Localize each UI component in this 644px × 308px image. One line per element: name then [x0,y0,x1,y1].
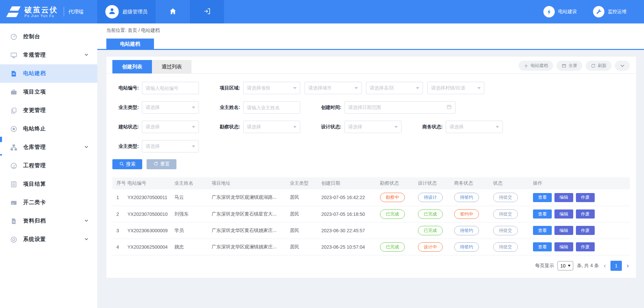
sidebar-item-6[interactable]: 电站终止 [0,120,97,138]
sidebar-item-9[interactable]: 项目结算 [0,175,97,193]
total-count-text: 条, 共 4 条 [577,263,599,269]
status-badge: 待提交 [493,242,518,252]
view-button[interactable]: 查看 [533,193,552,202]
sidebar-scrollbar[interactable] [0,154,2,156]
build-status-select[interactable]: 请选择 [142,121,199,133]
table-row: 2YX2023070500010刘强东广东深圳龙华区黄石镇星官大...居民202… [112,206,630,222]
province-select[interactable]: 请选择省份 [243,82,300,94]
quick-link-label: 监控运维 [608,9,627,15]
edit-button[interactable]: 编辑 [554,242,573,251]
home-button[interactable] [156,0,190,23]
logout-button[interactable] [190,0,224,23]
status-badge: 已完成 [380,242,405,252]
owner-type-2-select[interactable]: 请选择 [142,140,199,152]
station-build-link[interactable]: 电站建设 [543,6,577,17]
brand-latin: Po Jian Yun Fu [24,14,58,18]
cell-actions: 查看编辑作废 [533,222,630,239]
prev-page-button[interactable]: ‹ [602,262,607,269]
sidebar-item-label: 项目立项 [23,88,46,96]
page-1-button[interactable]: 1 [610,261,622,271]
cell-owner-name: 刘强东 [174,206,212,222]
column-header: 电站编号 [127,177,174,189]
collapse-button[interactable] [615,61,630,71]
list-tabs: 创建列表 通过列表 [112,60,192,73]
column-header: 操作 [533,177,630,189]
sidebar-item-10[interactable]: 开二类卡 [0,193,97,212]
brand-text: 破茧云伏 Po Jian Yun Fu [24,6,58,18]
search-button[interactable]: 搜索 [112,159,142,169]
table-body: 1YX2023070500011马云广东深圳龙华区观澜镇观湖路...居民2023… [112,189,630,255]
breadcrumb: 当前位置: 首页 / 电站建档 [106,27,644,34]
sidebar-item-label: 控制台 [23,33,40,40]
create-time-input[interactable]: 请选择日期范围 [344,101,455,114]
column-header: 状态 [493,177,533,189]
district-select[interactable]: 请选择县/区 [366,82,423,94]
sidebar-item-1[interactable]: 控制台 [0,27,97,46]
cell-status: 待提交 [493,189,533,206]
cell-owner-name: 马云 [174,189,212,206]
status-badge: 待签约 [454,226,479,235]
per-page-select[interactable]: 10 [557,261,573,270]
breadcrumb-trail: 首页 / 电站建档 [128,27,160,33]
sidebar-item-4[interactable]: 项目立项 [0,83,97,101]
cell-survey-status: 勘察中 [380,189,418,206]
city-select[interactable]: 请选择城市 [305,82,362,94]
dashboard-icon [10,33,17,41]
tab-create-list[interactable]: 创建列表 [112,60,152,73]
sidebar-item-11[interactable]: 资料归档 [0,212,97,230]
column-header: 勘察状态 [380,177,418,189]
next-page-button[interactable]: › [626,262,630,269]
cell-created: 2023-06-30 22:45:57 [321,222,380,239]
caret-down-icon [192,126,195,130]
sidebar-item-5[interactable]: 变更管理 [0,101,97,120]
cell-created: 2023-06-25 10:57:04 [321,239,380,255]
design-status-select[interactable]: 请选择 [344,121,401,133]
owner-name-input[interactable] [243,101,300,114]
void-button[interactable]: 作废 [576,226,595,235]
station-table: 序号电站编号业主姓名项目地址业主类型创建日期勘察状态设计状态商务状态状态操作 1… [112,177,630,255]
station-create-button[interactable]: 电站建档 [519,61,553,71]
status-badge: 勘察中 [380,193,405,202]
sidebar-item-8[interactable]: 工程管理 [0,157,97,175]
user-menu[interactable]: 超级管理员 [97,0,156,23]
survey-status-select[interactable]: 请选择 [243,121,300,133]
void-button[interactable]: 作废 [576,193,595,202]
tab-passed-list[interactable]: 通过列表 [152,60,192,73]
cell-seq: 3 [112,222,127,239]
sidebar-item-12[interactable]: 系统设置 [0,230,97,249]
station-no-input[interactable] [142,82,199,94]
cell-station-code: YX2023063000009 [127,222,174,239]
edit-button[interactable]: 编辑 [554,193,573,202]
cell-address: 广东深圳龙华区黄石镇姚家庄... [212,222,290,239]
cell-owner-type: 居民 [290,206,321,222]
caret-down-icon [355,87,358,91]
refresh-button[interactable]: 刷新 [586,61,611,71]
business-status-select[interactable]: 请选择 [446,121,503,133]
view-button[interactable]: 查看 [533,209,552,219]
view-button[interactable]: 查看 [533,226,552,235]
briefcase-icon [10,88,17,96]
chevron-down-icon [84,237,89,243]
edit-button[interactable]: 编辑 [554,209,573,219]
sidebar-item-7[interactable]: 仓库管理 [0,138,97,157]
reset-button[interactable]: 重置 [147,159,176,169]
edit-button[interactable]: 编辑 [554,226,573,235]
page-tab-station-archive[interactable]: 电站建档 [106,39,154,49]
monitor-ops-link[interactable]: 监控运维 [593,6,627,17]
sidebar-scrollbar[interactable] [0,137,2,142]
fullscreen-button[interactable]: 全屏 [556,61,582,71]
design-status-label: 设计状态: [315,124,344,130]
sidebar-item-label: 项目结算 [23,181,46,188]
sidebar-item-3[interactable]: 电站建档 [0,64,97,83]
sidebar-item-2[interactable]: 常规管理 [0,46,97,64]
cell-status: 待提交 [493,206,533,222]
owner-type-select[interactable]: 请选择 [142,101,199,114]
archive-icon [10,218,17,225]
void-button[interactable]: 作废 [576,209,595,219]
town-select[interactable]: 请选择村镇/街道 [427,82,484,94]
header-main: 超级管理员 电站建设监控运维 [97,0,644,23]
calculator-icon [10,181,17,188]
status-badge: 设计中 [418,242,443,252]
void-button[interactable]: 作废 [576,242,595,251]
view-button[interactable]: 查看 [533,242,552,251]
